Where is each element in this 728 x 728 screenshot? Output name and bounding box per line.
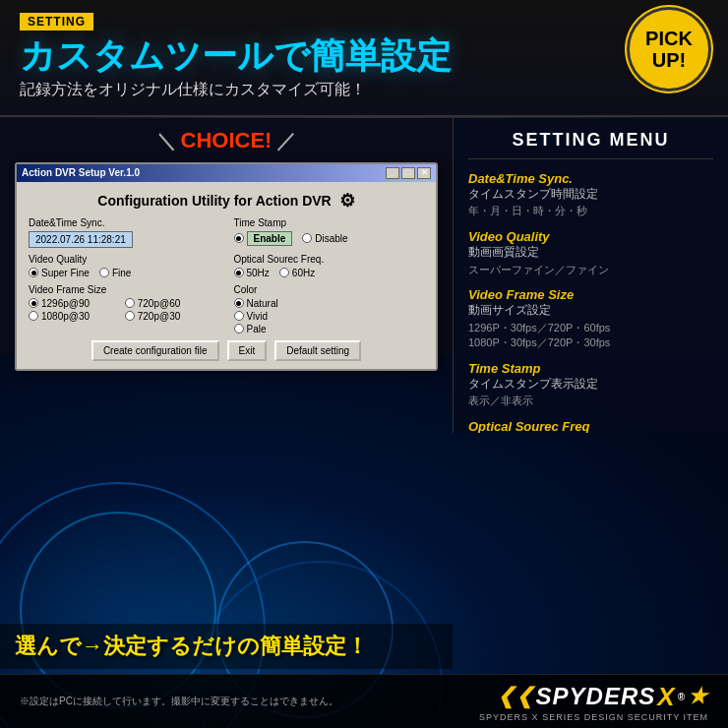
form-row-frame: Video Frame Size 1296p@90 720p@60 (29, 284, 424, 334)
frame-720-60-radio[interactable] (125, 298, 135, 308)
datetime-input[interactable]: 2022.07.26 11:28:21 (29, 231, 133, 248)
color-pale[interactable]: Pale (234, 324, 425, 334)
timestamp-options: Enable Disable (234, 231, 425, 246)
middle-section: ＼ CHOICE! ／ Action DVR Setup Ver.1.0 _ □… (0, 118, 728, 433)
color-group: Color Natural Vivid (234, 284, 425, 334)
frame-1296-radio[interactable] (29, 298, 38, 308)
quality-options: Super Fine Fine (29, 268, 219, 278)
window-header: Configuration Utility for Action DVR ⚙ (29, 190, 424, 212)
main-title: カスタムツールで簡単設定 (20, 36, 708, 76)
gear-icon: ⚙ (339, 190, 355, 212)
registered-mark: ® (678, 692, 686, 702)
60hz-option[interactable]: 60Hz (279, 268, 315, 278)
brand-text: SPYDERS (536, 683, 656, 710)
frame-1080-radio[interactable] (29, 311, 38, 321)
timestamp-disable-radio[interactable] (302, 233, 312, 243)
frame-720p30[interactable]: 720p@30 (125, 311, 219, 322)
color-vivid[interactable]: Vivid (234, 311, 425, 322)
50hz-radio[interactable] (234, 268, 244, 277)
footer-note: ※設定はPCに接続して行います。撮影中に変更することはできません。 (20, 695, 338, 708)
color-options: Natural Vivid Pale (234, 298, 425, 334)
optical-group: Optical Sourec Freq. 50Hz 60Hz (234, 254, 425, 278)
quality-group: Video Quality Super Fine Fine (29, 254, 219, 278)
frame-720-30-radio[interactable] (125, 311, 135, 321)
timestamp-enable-option[interactable]: Enable (234, 231, 293, 246)
setting-menu-title: SETTING MENU (468, 130, 713, 159)
brand-name: ❮❮ SPYDERS X ® ★ (497, 682, 708, 712)
form-row-quality: Video Quality Super Fine Fine (29, 254, 424, 278)
create-config-button[interactable]: Create configuration file (91, 340, 219, 361)
bottom-cta-area: 選んで→決定するだけの簡単設定！ (0, 624, 453, 669)
window-footer: Create configuration file Exit Default s… (29, 340, 424, 361)
minimize-button[interactable]: _ (386, 167, 399, 179)
timestamp-disable-option[interactable]: Disable (302, 231, 347, 246)
optical-options: 50Hz 60Hz (234, 268, 425, 278)
timestamp-enable-radio[interactable] (234, 233, 244, 243)
setting-badge: SETTING (20, 12, 708, 36)
footer: ※設定はPCに接続して行います。撮影中に変更することはできません。 ❮❮ SPY… (0, 674, 728, 728)
software-window: Action DVR Setup Ver.1.0 _ □ ✕ Configura… (15, 162, 438, 371)
default-setting-button[interactable]: Default setting (274, 340, 361, 361)
sub-title: 記録方法をオリジナル仕様にカスタマイズ可能！ (20, 80, 708, 100)
page-wrapper: SETTING カスタムツールで簡単設定 記録方法をオリジナル仕様にカスタマイズ… (0, 0, 728, 728)
menu-item-quality: Video Quality 動画画質設定 スーパーファイン／ファイン (468, 229, 713, 277)
50hz-option[interactable]: 50Hz (234, 268, 270, 278)
exit-button[interactable]: Exit (227, 340, 268, 361)
frame-720p60[interactable]: 720p@60 (125, 298, 219, 309)
window-body: Configuration Utility for Action DVR ⚙ D… (17, 182, 436, 369)
frame-group: Video Frame Size 1296p@90 720p@60 (29, 284, 219, 334)
pale-radio[interactable] (234, 324, 244, 334)
timestamp-group: Time Stamp Enable Disable (234, 217, 425, 248)
frame-1296p90[interactable]: 1296p@90 (29, 298, 123, 309)
datetime-group: Date&Time Sync. 2022.07.26 11:28:21 (29, 217, 219, 248)
bottom-cta-text: 選んで→決定するだけの簡単設定！ (15, 632, 438, 661)
brand-sub: SPYDERS X SERIES DESIGN SECURITY ITEM (479, 712, 708, 722)
left-panel: ＼ CHOICE! ／ Action DVR Setup Ver.1.0 _ □… (0, 118, 453, 433)
60hz-radio[interactable] (279, 268, 289, 277)
pickup-badge: PICK UP! (630, 10, 708, 89)
brand-x: X (657, 682, 675, 712)
top-section: SETTING カスタムツールで簡単設定 記録方法をオリジナル仕様にカスタマイズ… (0, 0, 728, 117)
superfine-option[interactable]: Super Fine (29, 268, 90, 278)
menu-item-datetime: Date&Time Sync. タイムスタンプ時間設定 年・月・日・時・分・秒 (468, 171, 713, 219)
spyders-logo: ❮❮ SPYDERS X ® ★ SPYDERS X SERIES DESIGN… (479, 682, 708, 722)
fine-radio[interactable] (99, 268, 109, 277)
menu-item-optical: Optical Sourec Freq 周波数設定 50Hz／60Hz (468, 419, 713, 433)
window-controls[interactable]: _ □ ✕ (386, 167, 431, 179)
close-button[interactable]: ✕ (417, 167, 431, 179)
fine-option[interactable]: Fine (99, 268, 131, 278)
frame-options: 1296p@90 720p@60 1080p@30 (29, 298, 219, 322)
menu-item-timestamp: Time Stamp タイムスタンプ表示設定 表示／非表示 (468, 361, 713, 409)
right-panel: SETTING MENU Date&Time Sync. タイムスタンプ時間設定… (453, 118, 728, 433)
brand-star-icon: ★ (688, 684, 708, 709)
superfine-radio[interactable] (29, 268, 38, 277)
natural-radio[interactable] (234, 298, 244, 308)
window-title: Action DVR Setup Ver.1.0 (22, 167, 140, 178)
frame-1080p30[interactable]: 1080p@30 (29, 311, 123, 322)
brand-slash-left: ❮❮ (497, 684, 534, 709)
choice-label: ＼ CHOICE! ／ (15, 128, 438, 154)
color-natural[interactable]: Natural (234, 298, 425, 309)
menu-item-framesize: Video Frame Size 動画サイズ設定 1296P・30fps／720… (468, 287, 713, 351)
form-row-datetime: Date&Time Sync. 2022.07.26 11:28:21 Time… (29, 217, 424, 248)
window-titlebar: Action DVR Setup Ver.1.0 _ □ ✕ (17, 164, 436, 182)
maximize-button[interactable]: □ (401, 167, 415, 179)
vivid-radio[interactable] (234, 311, 244, 321)
